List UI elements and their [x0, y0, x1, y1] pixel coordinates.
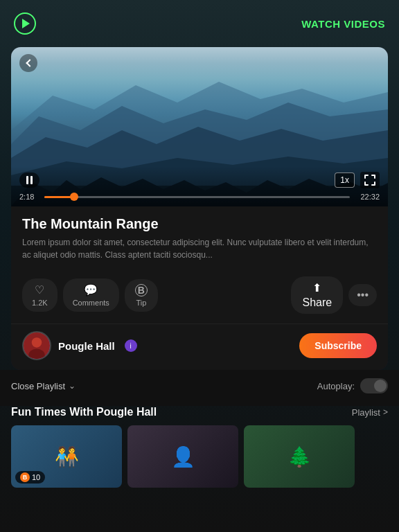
right-controls: 1x: [335, 172, 380, 188]
thumb-1-count: 10: [32, 473, 40, 481]
video-info: The Mountain Range ⌄ Lorem ipsum dolor s…: [11, 206, 388, 276]
comments-label: Comments: [73, 299, 109, 307]
fullscreen-icon: [364, 175, 375, 186]
autoplay-label: Autoplay:: [317, 381, 355, 391]
progress-thumb: [70, 193, 78, 201]
more-options-button[interactable]: •••: [348, 284, 377, 306]
pause-icon: [26, 176, 33, 184]
playlist-chevron-icon: >: [383, 407, 388, 417]
verified-badge: i: [125, 339, 137, 352]
comment-icon: 💬: [84, 283, 98, 296]
total-time: 22:32: [355, 193, 380, 201]
logo-play-button[interactable]: [14, 12, 36, 35]
back-button[interactable]: [19, 54, 37, 72]
thumb-2-preview: 👤: [127, 425, 238, 488]
subscribe-button[interactable]: Subscribe: [299, 333, 377, 358]
video-description: Lorem ipsum dolor sit amet, consectetur …: [22, 236, 377, 261]
share-label: Share: [302, 296, 332, 309]
share-icon: ⬆: [312, 281, 321, 294]
playlist-row: Close Playlist ⌄ Autoplay:: [11, 378, 388, 393]
tip-button[interactable]: B Tip: [125, 279, 158, 312]
playlist-link[interactable]: Playlist >: [352, 407, 388, 418]
video-controls: 1x 2:18 22:32: [11, 166, 388, 206]
action-row: ♡ 1.2K 💬 Comments B Tip ⬆ Share •••: [11, 276, 388, 323]
share-button[interactable]: ⬆ Share: [291, 276, 343, 314]
creator-row: Pougle Hall i Subscribe: [11, 323, 388, 370]
thumbnail-3[interactable]: 🌲: [244, 425, 355, 488]
thumb-1-badge: B 10: [15, 471, 45, 484]
progress-bar[interactable]: [44, 196, 350, 198]
close-playlist-label: Close Playlist: [11, 381, 65, 391]
toggle-knob: [374, 380, 387, 392]
header: WATCH VIDEOS: [0, 0, 399, 42]
video-title: The Mountain Range: [22, 216, 159, 232]
tip-label: Tip: [136, 299, 146, 307]
creator-avatar: [22, 331, 51, 360]
badge-b-icon: B: [20, 472, 30, 482]
tip-icon: B: [135, 284, 148, 296]
avatar-image: [24, 331, 50, 360]
heart-icon: ♡: [35, 283, 44, 296]
autoplay-toggle[interactable]: [360, 378, 388, 393]
pause-button[interactable]: [19, 172, 39, 188]
current-time: 2:18: [19, 193, 39, 201]
pause-bar-right: [30, 176, 33, 184]
like-count: 1.2K: [32, 299, 48, 307]
speed-button[interactable]: 1x: [335, 172, 355, 188]
thumb-3-preview: 🌲: [244, 425, 355, 488]
playlist-link-label: Playlist: [352, 407, 380, 418]
bottom-section: Close Playlist ⌄ Autoplay:: [0, 370, 399, 406]
comments-button[interactable]: 💬 Comments: [63, 278, 119, 312]
fullscreen-button[interactable]: [360, 172, 380, 188]
fun-times-row: Fun Times With Pougle Hall Playlist >: [0, 406, 399, 418]
fun-times-title: Fun Times With Pougle Hall: [11, 406, 157, 418]
thumbnails-row: 🧑‍🤝‍🧑 B 10 👤 🌲: [0, 425, 399, 488]
more-icon: •••: [357, 289, 369, 301]
svg-point-7: [32, 337, 42, 347]
playlist-dropdown-icon: ⌄: [69, 381, 76, 391]
video-thumbnail: 1x 2:18 22:32: [11, 47, 388, 206]
like-button[interactable]: ♡ 1.2K: [22, 278, 57, 312]
close-playlist-button[interactable]: Close Playlist ⌄: [11, 381, 76, 391]
pause-bar-left: [26, 176, 28, 184]
progress-row: 2:18 22:32: [19, 193, 380, 201]
video-card: 1x 2:18 22:32 The Mountai: [11, 47, 388, 370]
controls-row: 1x: [19, 172, 380, 188]
watch-videos-link[interactable]: WATCH VIDEOS: [301, 18, 385, 30]
thumbnail-2[interactable]: 👤: [127, 425, 238, 488]
play-triangle-icon: [22, 19, 30, 28]
creator-name: Pougle Hall: [58, 340, 115, 352]
back-chevron-icon: [26, 59, 33, 66]
thumbnail-1[interactable]: 🧑‍🤝‍🧑 B 10: [11, 425, 122, 488]
autoplay-row: Autoplay:: [317, 378, 388, 393]
